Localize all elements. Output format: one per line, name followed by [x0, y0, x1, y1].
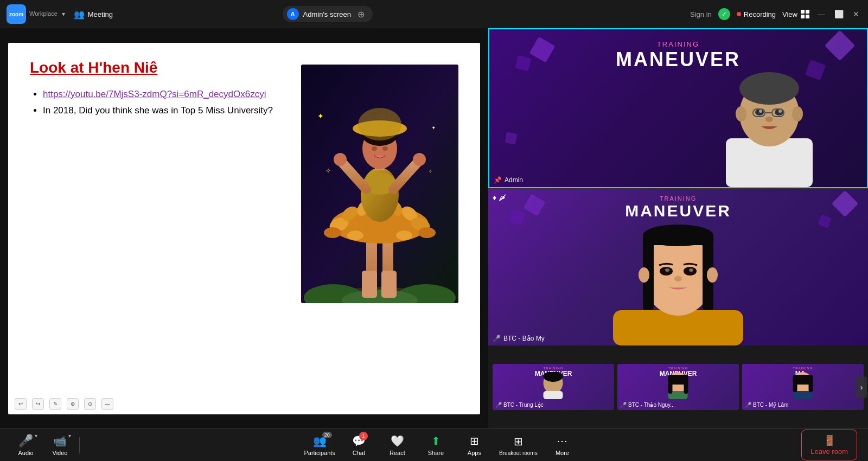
apps-icon: ⊞ [470, 434, 479, 448]
bottom-bar: 🎤 ▾ Audio 📹 ▾ Video 👥 20 Participants [0, 428, 868, 461]
svg-rect-7 [362, 271, 377, 298]
slide-image-bg: ✦ ✦ ✧ ✧ [301, 65, 458, 303]
zoom-logo-icon: zoom [7, 4, 26, 24]
share-button[interactable]: ⬆ Share [421, 434, 451, 456]
svg-point-19 [396, 230, 412, 240]
svg-point-47 [765, 117, 773, 122]
thumbnail-trungloc: TRAINING MANEUVER 🎤 BTC - Trung Lộc [493, 364, 614, 410]
svg-point-32 [382, 146, 388, 151]
admin-mic-icon: 📌 [494, 176, 502, 184]
participants-button[interactable]: 👥 20 Participants [304, 434, 335, 456]
slide-tool-2[interactable]: ↪ [32, 398, 44, 410]
dropdown-chevron[interactable]: ▾ [62, 10, 65, 18]
btc-icons: ♦ 🌶 [493, 193, 506, 202]
react-button[interactable]: 🤍 React [382, 434, 412, 456]
audio-icon: 🎤 ▾ [18, 434, 33, 448]
video-toggle-button[interactable]: 📹 ▾ Video [45, 434, 75, 456]
slide-bullet2: In 2018, Did you think she was in Top 5 … [43, 105, 273, 116]
slide-tool-1[interactable]: ↩ [15, 398, 27, 410]
more-label: More [556, 450, 569, 456]
screen-share-text: Admin's screen [303, 10, 351, 18]
slide-tool-6[interactable]: — [101, 398, 113, 410]
slide-image: ✦ ✦ ✧ ✧ [301, 65, 458, 303]
screen-share-pill[interactable]: A Admin's screen ⊕ [283, 6, 373, 22]
baomy-mic-icon: 🎤 [493, 335, 501, 342]
video-panel: TRAINING MANEUVER [488, 28, 868, 428]
video-icon: 📹 ▾ [53, 434, 67, 448]
svg-point-18 [347, 230, 363, 240]
participants-label: Participants [304, 450, 335, 456]
svg-point-17 [418, 227, 436, 238]
slide-link[interactable]: https://youtu.be/7MjsS3-zdmQ?si=6mR_decy… [43, 89, 266, 99]
svg-point-57 [643, 225, 713, 246]
share-label: Share [428, 450, 444, 456]
separator-1 [79, 437, 80, 453]
slide-tool-5[interactable]: ⊙ [84, 398, 96, 410]
presentation-area: Look at H'hen Niê https://youtu.be/7MjsS… [0, 28, 488, 428]
chat-label: Chat [353, 450, 365, 456]
svg-text:✦: ✦ [431, 125, 436, 131]
bottom-bar-right: 🚪 Leave room [801, 430, 857, 460]
maximize-button[interactable]: ⬜ [833, 10, 844, 18]
breakout-button[interactable]: ⊞ Breakout rooms [498, 434, 539, 456]
recording-label: Recording [744, 10, 776, 18]
recording-badge: Recording [737, 10, 776, 18]
svg-point-46 [778, 110, 782, 113]
zoom-logo-text: Workplace [29, 10, 58, 17]
close-button[interactable]: ✕ [851, 10, 861, 18]
more-button[interactable]: ⋯ More [547, 434, 577, 456]
svg-text:✦: ✦ [317, 112, 324, 120]
svg-point-42 [792, 106, 803, 121]
scroll-right-button[interactable]: › [856, 376, 867, 398]
video-thumbnails: TRAINING MANEUVER 🎤 BTC - Trung Lộc [488, 345, 868, 428]
video-baomy: ♦ 🌶 TRAINING MANEUVER [488, 188, 868, 345]
thumbnail-mylam: TRAINING MA... 🎤 BTC - Mỹ Lâm [742, 364, 864, 410]
screen-share-avatar: A [287, 8, 299, 20]
top-bar-right: Sign in ✓ Recording View — ⬜ ✕ [690, 8, 861, 20]
video-baomy-nametag: 🎤 BTC - Bảo My [493, 335, 545, 342]
svg-point-24 [334, 153, 347, 166]
leave-icon: 🚪 [824, 434, 835, 446]
bottom-bar-center: 👥 20 Participants 💬 1 Chat 🤍 React ⬆ Sh [304, 434, 577, 456]
audio-button[interactable]: 🎤 ▾ Audio [11, 434, 41, 456]
slide-container: Look at H'hen Niê https://youtu.be/7MjsS… [8, 43, 480, 414]
chat-icon: 💬 1 [352, 434, 366, 448]
breakout-icon: ⊞ [514, 434, 523, 449]
svg-rect-71 [668, 375, 673, 394]
react-label: React [390, 450, 405, 456]
chat-button[interactable]: 💬 1 Chat [344, 434, 374, 456]
zoom-logo: zoom Workplace [7, 4, 58, 24]
view-button[interactable]: View [782, 10, 809, 18]
leave-room-button[interactable]: 🚪 Leave room [801, 430, 857, 460]
slide-tool-3[interactable]: ✎ [49, 398, 61, 410]
svg-point-41 [736, 106, 746, 121]
minimize-button[interactable]: — [816, 10, 827, 18]
audio-label: Audio [18, 450, 33, 456]
svg-text:✧: ✧ [429, 169, 432, 174]
video-admin: TRAINING MANEUVER [488, 28, 868, 188]
svg-point-31 [372, 146, 377, 151]
thumb-mylam-label: 🎤 BTC - Mỹ Lâm [745, 402, 788, 408]
leave-label: Leave room [810, 447, 848, 456]
view-grid-icon [801, 10, 809, 18]
training-text-top: TRAINING MANEUVER [616, 40, 741, 71]
svg-rect-77 [809, 375, 813, 392]
main-content: Look at H'hen Niê https://youtu.be/7MjsS… [0, 28, 868, 428]
more-icon: ⋯ [557, 434, 567, 448]
screen-share-options[interactable]: ⊕ [355, 9, 366, 20]
svg-rect-8 [381, 271, 397, 298]
slide-toolbar: ↩ ↪ ✎ ⊕ ⊙ — [15, 398, 113, 410]
sign-in-button[interactable]: Sign in [690, 10, 712, 18]
thumbnail-thaonguyen: TRAINING MANEUVER 🎤 BTC - Thảo Nguy... [617, 364, 739, 410]
admin-name: Admin [505, 176, 523, 184]
slide-tool-4[interactable]: ⊕ [67, 398, 79, 410]
svg-point-25 [413, 153, 426, 166]
security-shield-icon: ✓ [718, 8, 730, 20]
video-admin-nametag: 📌 Admin [494, 176, 523, 184]
apps-label: Apps [468, 450, 481, 456]
svg-point-64 [674, 276, 682, 281]
thumb-thaonguyen-label: 🎤 BTC - Thảo Nguy... [620, 402, 675, 408]
svg-rect-72 [684, 375, 688, 394]
svg-rect-66 [544, 391, 563, 399]
apps-button[interactable]: ⊞ Apps [459, 434, 489, 456]
